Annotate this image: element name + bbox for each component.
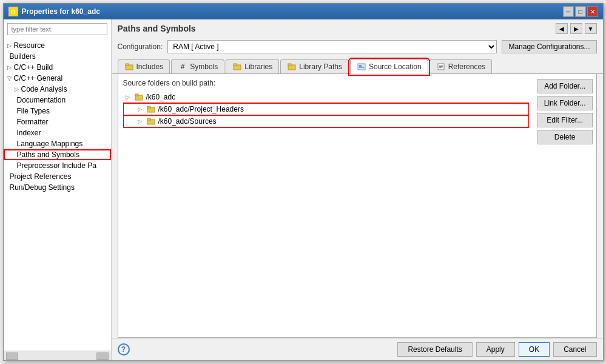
tab-label-includes: Includes	[136, 62, 164, 71]
tab-label-library-paths: Library Paths	[299, 62, 342, 71]
main-panel: Paths and Symbols ◀ ▶ ▼ Configuration: R…	[112, 19, 603, 360]
tab-includes[interactable]: Includes	[118, 59, 170, 73]
sidebar-item-resource[interactable]: ▷Resource	[4, 40, 111, 51]
folder-item-sources[interactable]: ▷/k60_adc/Sources	[123, 115, 529, 127]
svg-rect-10	[439, 65, 443, 66]
tab-icon-source-location	[357, 62, 366, 71]
maximize-button[interactable]: □	[575, 6, 586, 17]
folder-expand-k60-adc: ▷	[126, 94, 132, 100]
folder-label-k60-adc: /k60_adc	[146, 93, 176, 101]
folder-label-sources: /k60_adc/Sources	[158, 117, 217, 126]
nav-forward[interactable]: ▶	[570, 23, 582, 34]
tab-references[interactable]: References	[429, 59, 492, 73]
tab-source-location[interactable]: Source Location	[350, 59, 428, 74]
svg-rect-14	[135, 94, 138, 96]
delete-button[interactable]: Delete	[537, 130, 593, 144]
help-button[interactable]: ?	[118, 343, 130, 356]
main-header: Paths and Symbols ◀ ▶ ▼	[112, 19, 603, 38]
folder-expand-project-headers: ▷	[138, 106, 144, 112]
sidebar-item-paths-and-symbols[interactable]: Paths and Symbols	[4, 149, 111, 160]
edit-filter-button[interactable]: Edit Filter...	[537, 113, 593, 127]
tabs-container: Includes#SymbolsLibrariesLibrary PathsSo…	[112, 56, 603, 74]
manage-config-button[interactable]: Manage Configurations...	[502, 40, 596, 53]
filter-input[interactable]	[7, 23, 107, 35]
sidebar-item-run-debug[interactable]: Run/Debug Settings	[4, 182, 111, 193]
sidebar-label-formatter: Formatter	[17, 118, 49, 126]
tab-icon-library-paths	[287, 62, 297, 71]
source-panel: Source folders on build path: ▷/k60_adc▷…	[118, 74, 534, 337]
sidebar-item-builders[interactable]: Builders	[4, 51, 111, 62]
sidebar-item-formatter[interactable]: Formatter	[4, 116, 111, 127]
restore-defaults-button[interactable]: Restore Defaults	[397, 342, 472, 357]
expand-icon-cpp-general: ▽	[7, 75, 12, 81]
sidebar-label-paths-and-symbols: Paths and Symbols	[17, 150, 79, 159]
svg-rect-5	[288, 64, 291, 66]
scroll-right[interactable]	[96, 352, 109, 360]
config-row: Configuration: RAM [ Active ] Manage Con…	[112, 38, 603, 56]
add-folder-button[interactable]: Add Folder...	[537, 79, 593, 93]
folder-icon-k60-adc	[134, 93, 144, 101]
tab-symbols[interactable]: #Symbols	[171, 59, 224, 73]
scroll-track	[18, 353, 96, 359]
folder-item-project-headers[interactable]: ▷/k60_adc/Project_Headers	[123, 103, 529, 115]
scroll-left[interactable]	[6, 352, 18, 360]
tab-icon-references	[436, 62, 446, 71]
svg-rect-7	[359, 65, 362, 67]
tab-library-paths[interactable]: Library Paths	[280, 59, 349, 73]
sidebar-label-cpp-general: C/C++ General	[14, 74, 63, 83]
tab-label-symbols: Symbols	[190, 62, 218, 71]
link-folder-button[interactable]: Link Folder...	[537, 96, 593, 110]
sidebar-item-language-mappings[interactable]: Language Mappings	[4, 138, 111, 149]
expand-icon-cpp-build: ▷	[7, 64, 12, 70]
svg-rect-3	[234, 64, 237, 66]
source-label: Source folders on build path:	[123, 79, 529, 87]
window-title: Properties for k60_adc	[22, 7, 100, 16]
folder-item-k60-adc[interactable]: ▷/k60_adc	[123, 91, 529, 103]
content-area: ▷ResourceBuilders▷C/C++ Build▽C/C++ Gene…	[4, 19, 603, 360]
sidebar-label-preprocessor: Preprocessor Include Pa	[17, 161, 96, 170]
tab-label-references: References	[448, 62, 485, 71]
expand-icon-resource: ▷	[7, 42, 12, 49]
sidebar-item-cpp-general[interactable]: ▽C/C++ General	[4, 73, 111, 84]
sidebar-label-documentation: Documentation	[17, 96, 66, 104]
sidebar-label-code-analysis: Code Analysis	[21, 85, 67, 93]
config-select[interactable]: RAM [ Active ]	[167, 40, 497, 53]
tab-icon-includes	[124, 62, 134, 71]
tree-area: ▷ResourceBuilders▷C/C++ Build▽C/C++ Gene…	[4, 39, 111, 351]
sidebar-label-language-mappings: Language Mappings	[17, 140, 83, 148]
svg-rect-12	[439, 67, 442, 68]
nav-back[interactable]: ◀	[556, 23, 568, 34]
sidebar-label-builders: Builders	[10, 52, 36, 61]
right-buttons: Add Folder... Link Folder... Edit Filter…	[534, 74, 596, 337]
svg-rect-18	[147, 118, 150, 120]
sidebar-label-indexer: Indexer	[17, 129, 41, 137]
sidebar-item-cpp-build[interactable]: ▷C/C++ Build	[4, 62, 111, 73]
svg-rect-8	[359, 67, 364, 68]
title-bar-left: ⚙ Properties for k60_adc	[8, 7, 100, 16]
close-button[interactable]: ✕	[587, 6, 598, 17]
nav-dropdown[interactable]: ▼	[585, 23, 597, 34]
main-window: ⚙ Properties for k60_adc ─ □ ✕ ▷Resource…	[3, 3, 604, 361]
apply-button[interactable]: Apply	[476, 342, 515, 357]
tab-icon-symbols: #	[178, 62, 187, 71]
sidebar-item-code-analysis[interactable]: ▷Code Analysis	[4, 84, 111, 95]
ok-button[interactable]: OK	[519, 342, 550, 357]
sidebar-label-resource: Resource	[14, 41, 45, 50]
folder-expand-sources: ▷	[138, 118, 144, 124]
sidebar-label-project-references: Project References	[10, 172, 72, 181]
sidebar-item-preprocessor[interactable]: Preprocessor Include Pa	[4, 160, 111, 171]
expand-icon-code-analysis: ▷	[15, 86, 19, 92]
sidebar-item-file-types[interactable]: File Types	[4, 106, 111, 116]
title-buttons: ─ □ ✕	[563, 6, 598, 17]
tab-libraries[interactable]: Libraries	[226, 59, 279, 73]
nav-arrows: ◀ ▶ ▼	[556, 23, 597, 34]
bottom-bar: ? Restore Defaults Apply OK Cancel	[112, 338, 603, 360]
folder-tree: ▷/k60_adc▷/k60_adc/Project_Headers▷/k60_…	[123, 91, 529, 332]
sidebar-bottom	[4, 351, 111, 360]
sidebar-label-cpp-build: C/C++ Build	[14, 63, 53, 72]
cancel-button[interactable]: Cancel	[553, 342, 596, 357]
sidebar-item-documentation[interactable]: Documentation	[4, 95, 111, 106]
minimize-button[interactable]: ─	[563, 6, 574, 17]
sidebar-item-project-references[interactable]: Project References	[4, 171, 111, 182]
sidebar-item-indexer[interactable]: Indexer	[4, 127, 111, 138]
